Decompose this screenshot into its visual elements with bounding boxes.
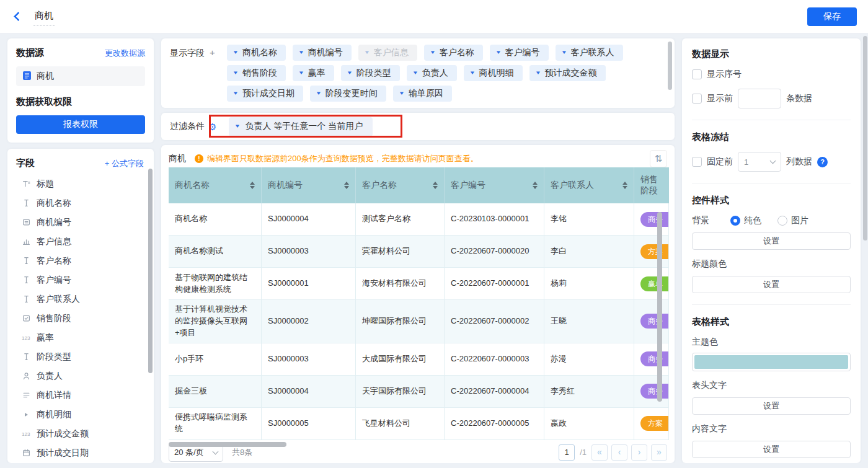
theme-color-picker[interactable] [692, 353, 851, 371]
sort-order-button[interactable]: ⇅ [650, 150, 667, 167]
background-setting-button[interactable]: 设置 [692, 232, 851, 250]
display-field-chip-1[interactable]: ▼商机名称 [227, 45, 286, 61]
display-field-chip-8[interactable]: ▼赢率 [293, 65, 334, 81]
title-color-setting-button[interactable]: 设置 [692, 276, 851, 293]
filter-condition-text: 负责人 等于任意一个 当前用户 [245, 121, 363, 132]
cell-contact: 苏漫 [544, 343, 634, 376]
fields-scrollbar[interactable] [148, 169, 153, 373]
display-field-chip-12[interactable]: ▼预计成交金额 [529, 65, 606, 81]
svg-text:123: 123 [22, 431, 30, 437]
header-text-setting-button[interactable]: 设置 [692, 397, 851, 415]
field-item-10[interactable]: 阶段类型 [16, 347, 149, 366]
page-scrollbar[interactable] [863, 36, 867, 241]
display-field-chip-13[interactable]: ▼预计成交日期 [227, 86, 303, 102]
table-row[interactable]: 掘金三板SJ0000004天宇国际有限公司C-20220607-0000004李… [169, 376, 669, 408]
field-item-1[interactable]: 标题 [16, 174, 149, 193]
save-button[interactable]: 保存 [807, 7, 857, 26]
field-item-9[interactable]: 123赢率 [16, 328, 149, 347]
table-vertical-scrollbar[interactable] [657, 212, 662, 402]
chips-scrollbar[interactable] [668, 42, 672, 90]
display-field-chip-10[interactable]: ▼负责人 [407, 65, 457, 81]
display-field-chip-6[interactable]: ▼客户联系人 [556, 45, 623, 61]
field-item-7[interactable]: 客户联系人 [16, 289, 149, 309]
field-item-8[interactable]: 销售阶段 [16, 309, 149, 328]
display-field-chip-7[interactable]: ▼销售阶段 [227, 65, 286, 81]
page-number-input[interactable] [559, 444, 575, 461]
table-row[interactable]: 商机名称SJ0000004测试客户名称C-20230103-0000001李铭商… [169, 203, 669, 236]
field-item-label: 客户信息 [37, 236, 71, 247]
prev-page-button[interactable]: ‹ [611, 444, 627, 461]
title-color-label: 标题颜色 [692, 258, 851, 270]
freeze-count-select[interactable]: 1 [738, 152, 781, 172]
show-serial-checkbox[interactable] [692, 69, 702, 79]
cell-customer_code: C-20220607-0000002 [445, 300, 544, 343]
table-row[interactable]: 基于计算机视觉技术的监控摄像头互联网+项目SJ0000002坤曜国际有限公司C-… [169, 300, 669, 343]
back-button[interactable] [11, 10, 25, 24]
column-sort-icon[interactable] [622, 182, 627, 189]
field-item-3[interactable]: 商机编号 [16, 213, 149, 232]
display-field-chip-5[interactable]: ▼客户编号 [490, 45, 549, 61]
field-item-label: 阶段类型 [37, 351, 71, 363]
gear-icon[interactable]: ⚙ [208, 122, 216, 131]
add-field-button[interactable]: + [210, 47, 215, 58]
next-page-button[interactable]: › [631, 444, 647, 461]
show-first-checkbox[interactable] [692, 94, 702, 104]
display-field-chip-4[interactable]: ▼客户名称 [424, 45, 483, 61]
display-field-chip-9[interactable]: ▼阶段类型 [341, 65, 400, 81]
column-header-2[interactable]: 商机编号 [262, 167, 356, 203]
user-icon [21, 372, 31, 381]
chip-label: 商机编号 [308, 47, 343, 58]
change-datasource-link[interactable]: 更改数据源 [105, 48, 145, 59]
display-field-chip-11[interactable]: ▼商机明细 [464, 65, 523, 81]
field-item-15[interactable]: 预计成交日期 [16, 443, 149, 462]
filter-condition-chip[interactable]: ▼ 负责人 等于任意一个 当前用户 [229, 117, 373, 136]
show-first-count-input[interactable] [738, 89, 781, 108]
cell-code: SJ0000003 [262, 343, 356, 376]
field-item-14[interactable]: 123预计成交金额 [16, 424, 149, 443]
display-field-chip-3[interactable]: ▼客户信息 [358, 45, 417, 61]
report-permission-button[interactable]: 报表权限 [16, 115, 145, 134]
chip-label: 商机明细 [479, 68, 514, 79]
chip-label: 客户信息 [374, 47, 409, 58]
image-radio[interactable] [777, 216, 787, 226]
date-icon [21, 449, 31, 457]
horizontal-scroll-thumb[interactable] [169, 442, 286, 447]
column-header-6[interactable]: 销售阶段 [634, 167, 669, 203]
help-icon[interactable]: ? [817, 157, 828, 167]
column-sort-icon[interactable] [533, 182, 538, 189]
field-item-4[interactable]: 客户信息 [16, 232, 149, 251]
datasource-item[interactable]: 商机 [16, 66, 145, 86]
table-row[interactable]: 小p手环SJ0000003大成国际有限公司C-20220607-0000003苏… [169, 343, 669, 376]
cell-customer: 天宇国际有限公司 [356, 376, 445, 408]
field-item-13[interactable]: 商机明细 [16, 405, 149, 424]
table-row[interactable]: 基于物联网的建筑结构健康检测系统SJ0000001海安材料有限公司C-20220… [169, 268, 669, 300]
column-header-label: 客户编号 [451, 180, 485, 191]
cell-name: 商机名称 [169, 203, 262, 236]
field-item-6[interactable]: 客户编号 [16, 270, 149, 289]
display-field-chip-2[interactable]: ▼商机编号 [293, 45, 352, 61]
formula-field-link[interactable]: + 公式字段 [105, 158, 144, 169]
table-row[interactable]: 商机名称测试SJ0000003蓂霍材料公司C-20220607-0000020李… [169, 236, 669, 268]
column-sort-icon[interactable] [344, 182, 349, 189]
field-item-5[interactable]: 客户名称 [16, 251, 149, 270]
table-row[interactable]: 便携式哮喘病监测系统SJ0000005飞星材料公司C-20220607-0000… [169, 408, 669, 440]
column-header-1[interactable]: 商机名称 [169, 167, 262, 203]
solid-color-radio[interactable] [730, 216, 740, 226]
content-text-setting-button[interactable]: 设置 [692, 441, 851, 458]
last-page-button[interactable]: » [651, 444, 667, 461]
display-field-chip-14[interactable]: ▼阶段变更时间 [310, 86, 386, 102]
first-page-button[interactable]: « [591, 444, 608, 461]
field-item-11[interactable]: 负责人 [16, 366, 149, 386]
column-header-3[interactable]: 客户名称 [356, 167, 445, 203]
display-field-chip-15[interactable]: ▼输单原因 [393, 86, 452, 102]
column-header-5[interactable]: 客户联系人 [544, 167, 634, 203]
field-item-label: 商机名称 [37, 198, 71, 209]
column-sort-icon[interactable] [250, 182, 255, 189]
freeze-columns-checkbox[interactable] [692, 157, 702, 167]
column-sort-icon[interactable] [433, 182, 438, 189]
text-icon [21, 199, 31, 208]
field-item-2[interactable]: 商机名称 [16, 193, 149, 213]
chip-label: 预计成交金额 [545, 68, 597, 79]
field-item-12[interactable]: 商机详情 [16, 386, 149, 405]
column-header-4[interactable]: 客户编号 [445, 167, 544, 203]
